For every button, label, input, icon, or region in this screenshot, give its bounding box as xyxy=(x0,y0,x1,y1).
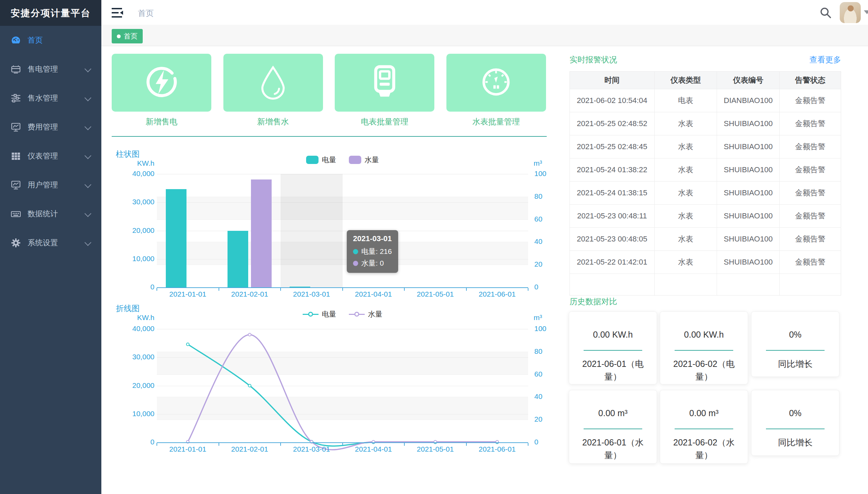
bar-水量-2021-02-01 xyxy=(251,179,272,287)
history-value: 0.00 m³ xyxy=(660,408,748,418)
x-axis-label: 2021-03-01 xyxy=(281,445,343,453)
legend-label: 水量 xyxy=(368,309,383,319)
y-axis-tick-label: 10,000 xyxy=(115,255,154,263)
history-panel-title: 历史数据对比 xyxy=(569,296,617,307)
right-axis-tick-label: 20 xyxy=(534,260,542,268)
table-empty-row xyxy=(570,274,841,295)
x-axis-label: 2021-06-01 xyxy=(466,290,528,298)
history-card-2: 0.00 KW.h2021-06-02（电量） xyxy=(660,311,748,384)
table-row: 2021-05-23 00:48:05水表SHUIBIAO100金额告警 xyxy=(570,227,841,250)
history-label: 2021-06-01（水量） xyxy=(569,436,657,462)
table-cell: 金额告警 xyxy=(779,135,841,158)
legend-item-水量[interactable]: 水量 xyxy=(349,309,383,319)
chart-title-line: 折线图 xyxy=(116,303,140,314)
alarm-table: 时间仪表类型仪表编号告警状态2021-06-02 10:54:04电表DIANB… xyxy=(569,71,841,296)
right-axis-unit: m³ xyxy=(534,159,542,167)
legend-label: 电量 xyxy=(322,309,336,319)
y-axis-tick-label: 20,000 xyxy=(115,381,154,390)
table-cell: 电表 xyxy=(654,89,717,112)
line-chart-canvas xyxy=(157,328,528,444)
column-header: 告警状态 xyxy=(779,72,841,89)
bar-电量-2021-01-01 xyxy=(166,189,186,287)
table-cell xyxy=(654,274,717,295)
data-point-电量-2021-01-01 xyxy=(186,343,189,346)
table-cell: 水表 xyxy=(654,228,717,250)
table-cell: 水表 xyxy=(654,112,717,135)
y-axis-tick-label: 30,000 xyxy=(115,198,154,206)
right-axis-tick-label: 60 xyxy=(534,215,542,223)
x-axis-label: 2021-03-01 xyxy=(281,290,343,298)
legend-item-水量[interactable]: 水量 xyxy=(349,155,379,165)
history-card-1: 0.00 KW.h2021-06-01（电量） xyxy=(569,311,657,384)
history-value: 0.00 KW.h xyxy=(569,330,657,340)
history-value: 0.00 m³ xyxy=(569,408,657,418)
bar-电量-2021-02-01 xyxy=(228,231,248,288)
table-cell: 2021-05-24 01:38:15 xyxy=(570,182,654,204)
chart-title-bar: 柱状图 xyxy=(116,149,140,159)
table-cell: 金额告警 xyxy=(779,112,841,135)
legend-item-电量[interactable]: 电量 xyxy=(306,155,336,165)
tooltip-value: 水量: 0 xyxy=(361,258,384,268)
gridline xyxy=(157,197,528,197)
card-divider xyxy=(766,429,825,429)
card-divider xyxy=(766,350,825,351)
table-cell: SHUIBIAO100 xyxy=(717,228,779,250)
table-cell: 金额告警 xyxy=(779,89,841,112)
right-axis-tick-label: 100 xyxy=(534,169,546,178)
chart-legend: 电量水量 xyxy=(157,309,528,319)
tooltip-title: 2021-03-01 xyxy=(353,234,392,243)
column-header: 仪表编号 xyxy=(717,72,779,89)
right-axis-unit: m³ xyxy=(534,313,542,322)
table-cell: 水表 xyxy=(654,251,717,274)
card-divider xyxy=(675,429,733,429)
table-cell: 水表 xyxy=(654,205,717,227)
y-axis-tick-label: 20,000 xyxy=(115,226,154,235)
tooltip-row: 水量: 0 xyxy=(353,258,392,268)
split-area xyxy=(157,242,528,265)
left-axis-unit: KW.h xyxy=(117,159,154,167)
table-row: 2021-05-22 01:42:01水表SHUIBIAO100金额告警 xyxy=(570,250,841,274)
table-cell xyxy=(570,274,654,295)
card-divider xyxy=(584,429,642,429)
legend-item-电量[interactable]: 电量 xyxy=(303,309,336,319)
right-axis-tick-label: 0 xyxy=(534,283,538,291)
table-cell: 2021-06-02 10:54:04 xyxy=(570,89,654,112)
table-cell: SHUIBIAO100 xyxy=(717,205,779,227)
table-cell xyxy=(779,274,841,295)
history-card-3: 0%同比增长 xyxy=(751,311,839,377)
split-area xyxy=(157,197,528,219)
history-label: 2021-06-02（电量） xyxy=(660,358,748,383)
line-series-电量 xyxy=(188,344,497,446)
history-label: 同比增长 xyxy=(751,358,839,370)
x-axis-label: 2021-06-01 xyxy=(466,445,528,453)
gridline xyxy=(157,265,528,265)
table-cell: SHUIBIAO100 xyxy=(717,182,779,204)
right-axis-tick-label: 40 xyxy=(534,237,542,246)
tooltip-value: 电量: 216 xyxy=(361,247,392,256)
legend-swatch xyxy=(349,156,361,164)
legend-line-marker xyxy=(303,310,319,318)
legend-swatch xyxy=(306,156,319,164)
view-more-link[interactable]: 查看更多 xyxy=(772,54,841,65)
card-divider xyxy=(584,350,642,351)
x-axis-label: 2021-01-01 xyxy=(157,290,219,298)
table-cell: 2021-05-24 01:38:22 xyxy=(570,158,654,181)
table-cell: 水表 xyxy=(654,135,717,158)
y-axis-tick-label: 30,000 xyxy=(115,353,154,361)
x-axis-label: 2021-02-01 xyxy=(219,445,281,453)
legend-label: 水量 xyxy=(365,155,379,165)
chart-tooltip: 2021-03-01电量: 216水量: 0 xyxy=(347,230,398,273)
table-header-row: 时间仪表类型仪表编号告警状态 xyxy=(570,72,841,89)
table-row: 2021-05-25 02:48:45水表SHUIBIAO100金额告警 xyxy=(570,135,841,158)
table-row: 2021-05-24 01:38:15水表SHUIBIAO100金额告警 xyxy=(570,181,841,204)
table-cell: 水表 xyxy=(654,158,717,181)
history-card-5: 0.00 m³2021-06-02（水量） xyxy=(660,390,748,464)
table-row: 2021-05-24 01:38:22水表SHUIBIAO100金额告警 xyxy=(570,158,841,181)
gridline xyxy=(157,174,528,174)
line-series-水量 xyxy=(188,335,497,450)
right-axis-tick-label: 100 xyxy=(534,325,546,333)
y-axis-tick-label: 10,000 xyxy=(115,410,154,418)
right-axis-tick-label: 20 xyxy=(534,415,542,423)
x-axis-label: 2021-01-01 xyxy=(157,445,219,453)
history-label: 2021-06-02（水量） xyxy=(660,436,748,462)
